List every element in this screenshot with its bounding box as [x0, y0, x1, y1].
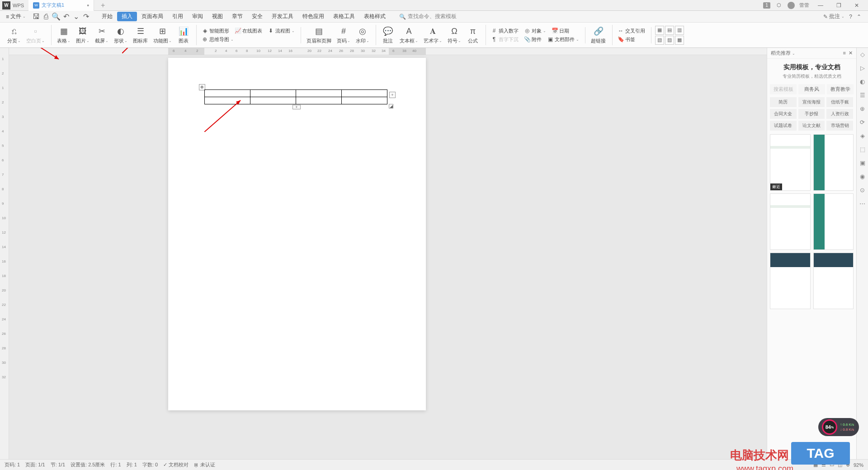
menu-tab-安全[interactable]: 安全	[247, 12, 267, 21]
template-thumb[interactable]	[770, 193, 811, 250]
vertical-ruler[interactable]: 12123456789101214161820222426283032	[0, 48, 9, 459]
ribbon-智能图形[interactable]: ◈智能图形	[200, 27, 231, 35]
redo-icon[interactable]: ↷	[82, 13, 90, 21]
ribbon-页眉和页脚[interactable]: ▤页眉和页脚	[305, 25, 333, 45]
ribbon-附件[interactable]: 📎附件	[523, 36, 543, 43]
horizontal-ruler[interactable]: 642246810121416202224262830323463840	[9, 48, 767, 55]
menu-tab-插入[interactable]: 插入	[117, 12, 137, 21]
minimize-button[interactable]: —	[814, 1, 827, 10]
template-thumb[interactable]: 最近	[770, 134, 811, 191]
sidebar-icon-4[interactable]: ⊕	[859, 104, 867, 113]
file-menu[interactable]: ≡ 文件 ⌄	[2, 13, 29, 20]
menu-tab-表格样式[interactable]: 表格样式	[359, 12, 390, 21]
template-thumb[interactable]	[813, 134, 854, 191]
ribbon-文本框[interactable]: A文本框⌄	[398, 25, 420, 45]
help-button[interactable]: ?	[849, 14, 852, 20]
ribbon-对象[interactable]: ◎对象⌄	[523, 27, 547, 35]
skin-icon[interactable]: ⬡	[775, 1, 783, 9]
menu-tab-开始[interactable]: 开始	[97, 12, 117, 21]
ribbon-插入数字[interactable]: #插入数字	[490, 27, 520, 35]
command-search[interactable]: 🔍 查找命令、 搜索模板	[399, 13, 457, 20]
layout-icon[interactable]: ▩	[675, 36, 684, 45]
user-avatar-icon[interactable]	[788, 2, 795, 9]
ribbon-在线图表[interactable]: 📈在线图表	[233, 27, 264, 35]
sidebar-icon-7[interactable]: ⬚	[859, 145, 867, 153]
close-button[interactable]: ✕	[850, 1, 863, 10]
panel-tab-0[interactable]: 搜索模板	[770, 84, 797, 94]
layout-icon[interactable]: ▦	[655, 26, 664, 35]
table-add-row-handle[interactable]: +	[292, 105, 301, 109]
tag-人资行政[interactable]: 人资行政	[826, 109, 853, 119]
menu-tab-审阅[interactable]: 审阅	[188, 12, 208, 21]
undo-icon[interactable]: ↶	[62, 13, 70, 21]
sidebar-icon-11[interactable]: ⋯	[859, 199, 867, 207]
preview-icon[interactable]: 🔍	[52, 13, 60, 21]
menu-tab-视图[interactable]: 视图	[208, 12, 227, 21]
table-resize-handle[interactable]: ◢	[389, 104, 393, 108]
ribbon-图表[interactable]: 📊图表	[175, 25, 192, 45]
ribbon-超链接[interactable]: 🔗超链接	[589, 25, 608, 45]
approve-button[interactable]: ✎ 批注 ⌄	[823, 13, 844, 20]
ribbon-首字下沉[interactable]: ¶首字下沉	[490, 36, 520, 43]
ribbon-艺术字[interactable]: 𝐀艺术字⌄	[422, 25, 444, 45]
layout-icon[interactable]: ▤	[665, 26, 674, 35]
sidebar-icon-6[interactable]: ◈	[859, 132, 867, 140]
tag-信纸手账[interactable]: 信纸手账	[826, 97, 853, 107]
panel-settings-icon[interactable]: ≡	[843, 50, 846, 56]
print-icon[interactable]: ⎙	[42, 13, 50, 21]
sb-page[interactable]: 页面: 1/1	[25, 461, 45, 468]
sb-position[interactable]: 设置值: 2.5厘米	[71, 461, 105, 468]
sb-page-code[interactable]: 页码: 1	[5, 461, 20, 468]
ribbon-形状[interactable]: ◐形状⌄	[112, 25, 129, 45]
panel-tab-1[interactable]: 商务风	[798, 84, 825, 94]
sb-words[interactable]: 字数: 0	[142, 461, 158, 468]
panel-tab-2[interactable]: 教育教学	[827, 84, 854, 94]
tag-宣传海报[interactable]: 宣传海报	[798, 97, 825, 107]
ribbon-文档部件[interactable]: ▣文档部件⌄	[546, 36, 580, 43]
sidebar-icon-9[interactable]: ◉	[859, 172, 867, 180]
ribbon-水印[interactable]: ◎水印⌄	[354, 25, 371, 45]
sidebar-icon-1[interactable]: ▷	[859, 64, 867, 72]
ribbon-页码[interactable]: #页码⌄	[335, 25, 352, 45]
sidebar-icon-5[interactable]: ⟳	[859, 118, 867, 126]
sb-line[interactable]: 行: 1	[110, 461, 121, 468]
sidebar-icon-10[interactable]: ⊙	[859, 186, 867, 194]
ribbon-分页[interactable]: ⎌分页⌄	[5, 25, 23, 45]
undo-caret[interactable]: ⌄	[72, 13, 80, 21]
template-thumb[interactable]	[813, 253, 854, 309]
sidebar-icon-2[interactable]: ◐	[859, 77, 867, 85]
tag-论文文献[interactable]: 论文文献	[798, 121, 825, 131]
sidebar-icon-8[interactable]: ▣	[859, 159, 867, 167]
ribbon-公式[interactable]: π公式	[465, 25, 481, 45]
menu-tab-特色应用[interactable]: 特色应用	[298, 12, 329, 21]
tag-试题试卷[interactable]: 试题试卷	[770, 121, 797, 131]
table-add-col-handle[interactable]: +	[389, 92, 396, 98]
ribbon-表格[interactable]: ▦表格⌄	[55, 25, 72, 45]
ribbon-交叉引用[interactable]: ↔交叉引用	[616, 27, 646, 35]
sidebar-icon-0[interactable]: ◇	[859, 50, 867, 58]
template-thumb[interactable]	[770, 253, 811, 309]
sb-cert[interactable]: ⛨未认证	[194, 461, 215, 468]
ribbon-空白页[interactable]: ▫空白页⌄	[24, 25, 47, 45]
ribbon-思维导图[interactable]: ⊕思维导图⌄	[200, 36, 235, 43]
sidebar-icon-3[interactable]: ☰	[859, 91, 867, 99]
ribbon-图片[interactable]: 🖼图片⌄	[74, 25, 91, 45]
ribbon-截屏[interactable]: ✂截屏⌄	[93, 25, 110, 45]
document-tab[interactable]: 文字文稿1 •	[28, 0, 94, 11]
new-tab-button[interactable]: +	[94, 1, 112, 9]
ribbon-书签[interactable]: 🔖书签	[616, 36, 637, 43]
panel-header-title[interactable]: 稻壳推荐 ⌄	[771, 50, 795, 56]
menu-tab-表格工具[interactable]: 表格工具	[329, 12, 359, 21]
notification-badge[interactable]: 1	[763, 2, 770, 9]
menu-tab-引用[interactable]: 引用	[168, 12, 188, 21]
ribbon-图标库[interactable]: ☰图标库	[131, 25, 150, 45]
layout-icon[interactable]: ▨	[665, 36, 674, 45]
tag-简历[interactable]: 简历	[770, 97, 797, 107]
tag-市场营销[interactable]: 市场营销	[826, 121, 853, 131]
collapse-ribbon-button[interactable]: ⌃	[857, 14, 861, 20]
ribbon-功能图[interactable]: ⊞功能图⌄	[151, 25, 174, 45]
menu-tab-页面布局[interactable]: 页面布局	[137, 12, 168, 21]
menu-tab-章节[interactable]: 章节	[227, 12, 247, 21]
tag-合同大全[interactable]: 合同大全	[770, 109, 797, 119]
document-table[interactable]	[204, 89, 387, 104]
